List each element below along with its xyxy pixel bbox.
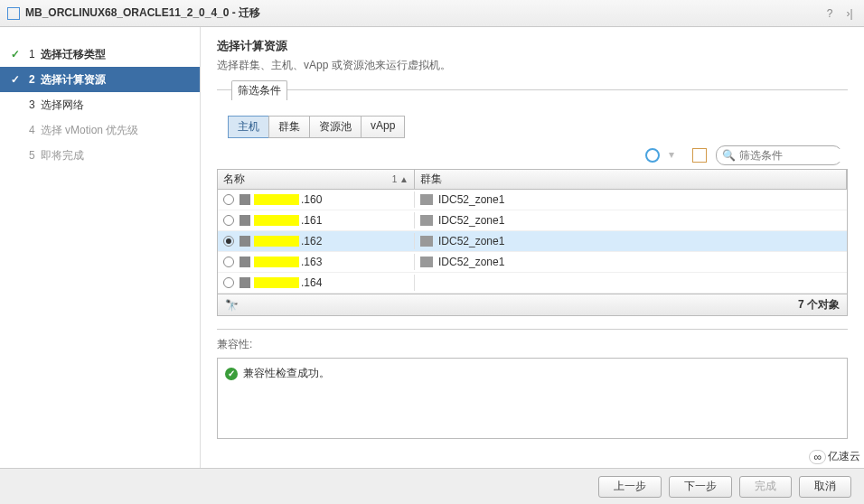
cluster-name: IDC52_zone1 — [438, 214, 504, 227]
step-compute-resource[interactable]: ✓ 2 选择计算资源 — [0, 67, 200, 92]
wizard-steps: ✓ 1 选择迁移类型 ✓ 2 选择计算资源 3 选择网络 4 选择 vMotio… — [0, 27, 201, 468]
radio[interactable] — [223, 215, 234, 226]
filter-input-wrap[interactable]: 🔍 ▾ — [716, 145, 842, 165]
binoculars-icon[interactable]: 🔭 — [225, 299, 238, 312]
finish-button: 完成 — [739, 476, 792, 498]
back-button[interactable]: 上一步 — [598, 476, 662, 498]
subtab-host[interactable]: 主机 — [228, 116, 269, 138]
radio[interactable] — [223, 257, 234, 267]
col-name-label: 名称 — [223, 172, 245, 187]
table-row[interactable]: .160IDC52_zone1 — [218, 190, 847, 210]
redacted — [254, 257, 299, 267]
next-button[interactable]: 下一步 — [669, 476, 732, 498]
expand-icon[interactable]: ›| — [842, 6, 857, 21]
subtab-vapp[interactable]: vApp — [361, 116, 405, 138]
table-row[interactable]: .163IDC52_zone1 — [218, 252, 847, 273]
radio[interactable] — [223, 194, 234, 205]
host-ip: .164 — [301, 276, 322, 289]
step-label: 选择迁移类型 — [41, 47, 106, 62]
host-icon — [239, 277, 250, 288]
check-icon: ✓ — [11, 73, 23, 86]
sort-indicator: 1 ▲ — [392, 174, 409, 184]
host-icon — [239, 236, 250, 247]
cluster-name: IDC52_zone1 — [438, 235, 504, 247]
host-ip: .161 — [301, 214, 322, 227]
host-grid: 名称 1 ▲ 群集 .160IDC52_zone1.161IDC52_zone1… — [217, 169, 848, 316]
cluster-name: IDC52_zone1 — [438, 256, 504, 268]
step-label: 选择计算资源 — [41, 72, 106, 88]
table-row[interactable]: .162IDC52_zone1 — [218, 231, 847, 252]
titlebar: MB_ORCLINUX68_ORACLE11_2_0_4_0 - 迁移 ? ›| — [0, 0, 864, 27]
cancel-button[interactable]: 取消 — [799, 476, 851, 498]
cloud-icon: ∞ — [809, 450, 826, 464]
compat-label: 兼容性: — [217, 337, 848, 352]
host-icon — [239, 257, 250, 267]
tab-filter[interactable]: 筛选条件 — [231, 80, 287, 100]
watermark: ∞ 亿速云 — [809, 449, 860, 464]
step-ready: 5 即将完成 — [0, 143, 200, 168]
step-label: 即将完成 — [41, 148, 84, 163]
radio[interactable] — [223, 277, 234, 288]
subtab-cluster[interactable]: 群集 — [268, 116, 310, 138]
step-migration-type[interactable]: ✓ 1 选择迁移类型 — [0, 42, 200, 67]
compat-box: ✓ 兼容性检查成功。 — [217, 358, 848, 439]
host-ip: .163 — [301, 256, 322, 268]
host-icon — [239, 194, 250, 205]
object-count: 7 个对象 — [798, 297, 840, 313]
page-desc: 选择群集、主机、vApp 或资源池来运行虚拟机。 — [217, 58, 848, 73]
window-title: MB_ORCLINUX68_ORACLE11_2_0_4_0 - 迁移 — [25, 5, 817, 21]
radio[interactable] — [223, 236, 234, 247]
redacted — [254, 194, 299, 205]
step-network[interactable]: 3 选择网络 — [0, 92, 200, 117]
redacted — [254, 236, 299, 247]
host-ip: .160 — [301, 193, 322, 206]
col-cluster[interactable]: 群集 — [415, 170, 847, 189]
cluster-icon — [420, 257, 433, 267]
search-icon: 🔍 — [722, 149, 736, 162]
compat-message: 兼容性检查成功。 — [243, 366, 330, 381]
success-icon: ✓ — [225, 368, 238, 380]
step-label: 选择网络 — [41, 98, 84, 113]
divider — [217, 329, 848, 330]
subtab-pool[interactable]: 资源池 — [309, 116, 362, 138]
check-icon: ✓ — [11, 48, 23, 61]
step-vmotion-priority: 4 选择 vMotion 优先级 — [0, 117, 200, 143]
clock-icon[interactable] — [645, 148, 660, 163]
step-num: 4 — [29, 124, 35, 136]
step-label: 选择 vMotion 优先级 — [41, 123, 139, 138]
filter-input[interactable] — [739, 149, 864, 162]
col-cluster-label: 群集 — [420, 172, 442, 187]
table-row[interactable]: .164 — [218, 273, 847, 294]
step-num: 2 — [29, 73, 35, 86]
filter-funnel-icon[interactable]: ▾ — [669, 148, 683, 163]
host-ip: .162 — [301, 235, 322, 247]
step-num: 3 — [29, 98, 35, 111]
export-icon[interactable] — [692, 148, 707, 163]
cluster-name: IDC52_zone1 — [438, 193, 504, 206]
cluster-icon — [420, 236, 433, 247]
host-icon — [239, 215, 250, 226]
step-num: 5 — [29, 149, 35, 162]
vm-icon — [7, 7, 20, 20]
redacted — [254, 277, 299, 288]
cluster-icon — [420, 215, 433, 226]
col-name[interactable]: 名称 1 ▲ — [218, 170, 415, 189]
help-icon[interactable]: ? — [822, 6, 837, 21]
page-title: 选择计算资源 — [217, 38, 848, 54]
footer: 上一步 下一步 完成 取消 — [0, 468, 864, 504]
cluster-icon — [420, 194, 433, 205]
step-num: 1 — [29, 48, 35, 61]
redacted — [254, 215, 299, 226]
table-row[interactable]: .161IDC52_zone1 — [218, 210, 847, 231]
